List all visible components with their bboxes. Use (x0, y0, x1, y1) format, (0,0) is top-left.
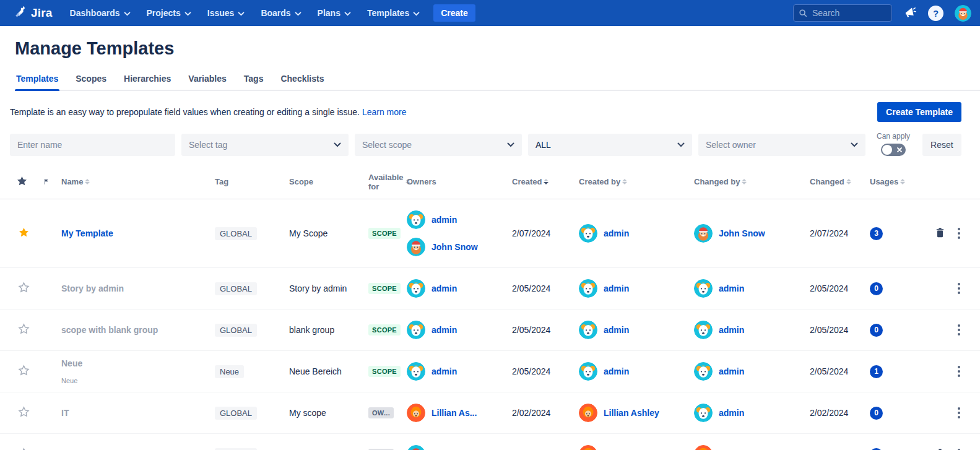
available-for-cell: OW... (362, 402, 401, 423)
sort-icon[interactable] (85, 179, 90, 184)
row-flag-cell[interactable] (38, 283, 55, 293)
row-star-button[interactable] (10, 360, 38, 383)
template-name[interactable]: Story by admin (61, 283, 124, 293)
nav-item-boards[interactable]: Boards (261, 8, 301, 18)
search-input[interactable] (812, 8, 883, 18)
status-filter-select[interactable]: ALL (528, 134, 692, 156)
header-changed[interactable]: Changed (804, 172, 864, 191)
row-menu-button[interactable] (955, 446, 963, 450)
create-template-button[interactable]: Create Template (877, 102, 961, 122)
header-tag: Tag (209, 172, 283, 191)
row-flag-cell[interactable] (38, 366, 55, 376)
sort-icon[interactable] (900, 179, 905, 184)
row-star-button[interactable] (10, 318, 38, 342)
header-name[interactable]: Name (55, 172, 209, 191)
user-link[interactable]: Lillian As... (431, 408, 477, 418)
tab-checklists[interactable]: Checklists (279, 74, 325, 90)
sort-icon[interactable] (544, 179, 549, 184)
row-menu-button[interactable] (955, 225, 963, 241)
user-link[interactable]: admin (604, 228, 629, 238)
created-by-cell: Lillian Ashley (573, 399, 688, 427)
row-star-button[interactable] (10, 443, 38, 450)
row-menu-button[interactable] (955, 363, 963, 379)
jira-logo[interactable]: Jira (14, 6, 53, 20)
row-star-button[interactable] (10, 401, 38, 425)
row-flag-cell[interactable] (38, 228, 55, 238)
nav-item-issues[interactable]: Issues (207, 8, 245, 18)
user-link[interactable]: John Snow (431, 242, 478, 252)
available-for-badge: OW... (368, 407, 394, 418)
tab-variables[interactable]: Variables (187, 74, 228, 90)
row-menu-button[interactable] (955, 280, 963, 296)
header-changed-by[interactable]: Changed by (688, 172, 804, 191)
user-link[interactable]: Lillian Ashley (604, 408, 659, 418)
user-link[interactable]: admin (431, 215, 457, 225)
template-name[interactable]: Neue (61, 358, 82, 368)
header-flag[interactable] (38, 171, 55, 192)
row-star-button[interactable] (10, 277, 38, 300)
avatar-santa-icon (407, 445, 425, 450)
tab-hierarchies[interactable]: Hierarchies (123, 74, 172, 90)
template-name[interactable]: scope with blank group (61, 325, 158, 335)
delete-button[interactable] (935, 448, 945, 450)
star-outline-icon (18, 323, 30, 337)
can-apply-toggle[interactable] (881, 144, 906, 156)
nav-item-label: Templates (367, 8, 409, 18)
tag-filter-select[interactable]: Select tag (181, 134, 349, 156)
scope-filter-select[interactable]: Select scope (355, 134, 522, 156)
table-header: NameTagScopeAvailable forOwnersCreatedCr… (0, 165, 980, 199)
owner-filter-select[interactable]: Select owner (698, 134, 865, 156)
tab-templates[interactable]: Templates (15, 74, 59, 90)
nav-create-button[interactable]: Create (433, 4, 475, 22)
user-link[interactable]: admin (719, 325, 744, 335)
user-link[interactable]: John Snow (719, 228, 765, 238)
nav-item-plans[interactable]: Plans (318, 8, 351, 18)
user-link[interactable]: admin (719, 408, 744, 418)
header-star[interactable] (10, 170, 38, 194)
row-flag-cell[interactable] (38, 408, 55, 418)
usages-cell: 0 (864, 402, 907, 425)
sort-icon[interactable] (742, 179, 747, 184)
header-usages[interactable]: Usages (864, 172, 907, 191)
sort-icon[interactable] (622, 179, 627, 184)
reset-button[interactable]: Reset (922, 134, 961, 156)
header-created-by[interactable]: Created by (573, 172, 688, 191)
nav-item-dashboards[interactable]: Dashboards (70, 8, 131, 18)
user-link[interactable]: admin (719, 283, 744, 293)
header-created[interactable]: Created (506, 172, 573, 191)
chevron-down-icon (344, 12, 351, 16)
row-menu-button[interactable] (955, 322, 963, 338)
user-link[interactable]: admin (431, 325, 457, 335)
row-flag-cell[interactable] (38, 325, 55, 335)
name-filter-input[interactable] (17, 140, 168, 150)
tab-tags[interactable]: Tags (243, 74, 265, 90)
nav-search[interactable] (793, 4, 892, 22)
learn-more-link[interactable]: Learn more (362, 107, 407, 117)
row-menu-button[interactable] (955, 405, 963, 421)
changed-by-cell: admin (688, 274, 804, 303)
user-link[interactable]: admin (431, 366, 457, 376)
header-available-for[interactable]: Available for (362, 168, 401, 196)
owners-cell: admin John Snow (401, 199, 506, 267)
user-link[interactable]: admin (604, 366, 629, 376)
nav-item-templates[interactable]: Templates (367, 8, 420, 18)
usages-badge: 3 (870, 227, 883, 240)
tab-scopes[interactable]: Scopes (74, 74, 108, 90)
user-avatar[interactable] (955, 5, 971, 22)
row-star-button[interactable] (10, 222, 38, 245)
announcements-icon[interactable] (903, 7, 917, 19)
user-link[interactable]: admin (719, 366, 744, 376)
header-label: Created (512, 177, 542, 186)
owners-cell: John Snow (401, 434, 506, 450)
avatar-santa-icon (694, 224, 713, 243)
delete-button[interactable] (935, 227, 945, 240)
user-link[interactable]: admin (431, 283, 457, 293)
template-name[interactable]: IT (61, 408, 69, 418)
user-link[interactable]: admin (604, 283, 629, 293)
user-link[interactable]: admin (604, 325, 629, 335)
help-icon[interactable]: ? (928, 6, 943, 21)
header-label: Tag (215, 177, 228, 186)
template-name-link[interactable]: My Template (61, 228, 113, 238)
nav-item-projects[interactable]: Projects (147, 8, 191, 18)
sort-icon[interactable] (846, 179, 851, 184)
